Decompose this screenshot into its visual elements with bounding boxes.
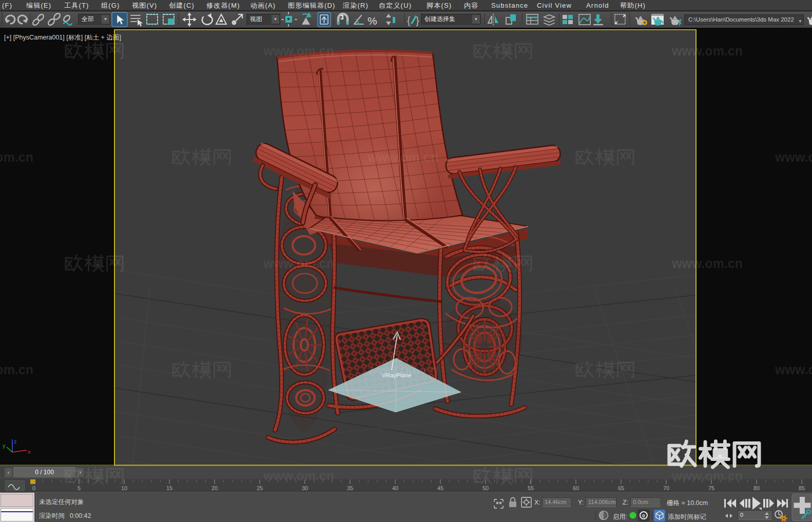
svg-text:50: 50 [482, 485, 489, 491]
svg-text:z: z [14, 438, 17, 444]
svg-text:20: 20 [211, 485, 218, 491]
svg-text:3: 3 [340, 14, 344, 21]
svg-text:45: 45 [437, 485, 443, 491]
svg-text:0: 0 [642, 513, 645, 518]
svg-text:VRayPlane: VRayPlane [382, 372, 412, 378]
svg-text:30: 30 [302, 485, 308, 491]
svg-text:5: 5 [78, 485, 81, 491]
svg-text:80: 80 [753, 485, 760, 491]
svg-text:75: 75 [708, 485, 714, 491]
svg-text:y: y [3, 442, 6, 449]
svg-text:70: 70 [663, 485, 669, 491]
svg-text:55: 55 [528, 485, 534, 491]
svg-text:35: 35 [347, 485, 353, 491]
svg-text:65: 65 [618, 485, 624, 491]
svg-text:15: 15 [166, 485, 172, 491]
svg-text:[+] [PhysCamera001] [标准] [粘土 +: [+] [PhysCamera001] [标准] [粘土 + 边面] [4, 34, 121, 41]
svg-text:25: 25 [257, 485, 263, 491]
svg-text:%: % [368, 15, 377, 27]
svg-text:85: 85 [799, 485, 805, 491]
svg-text:40: 40 [392, 485, 398, 491]
svg-text:{: { [407, 15, 411, 26]
svg-text:0: 0 [32, 485, 35, 491]
svg-text:60: 60 [573, 485, 579, 491]
svg-text:x: x [28, 449, 31, 455]
svg-text:10: 10 [121, 485, 127, 491]
